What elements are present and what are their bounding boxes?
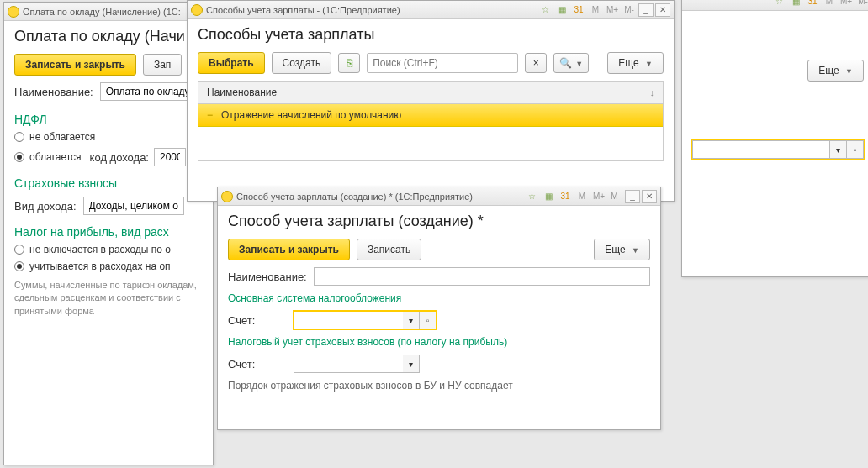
ndfl-header: НДФЛ (14, 113, 203, 126)
footer-note: Порядок отражения страховых взносов в БУ… (228, 380, 650, 392)
window1-title: Оплата по окладу (Начисление) (1С: (23, 7, 209, 17)
page-title: Способ учета зарплаты (создание) * (228, 213, 650, 230)
np-no-radio[interactable] (14, 245, 24, 255)
find-button[interactable]: 🔍▼ (553, 53, 589, 73)
section-main-tax: Основная система налогообложения (228, 292, 650, 304)
select-button[interactable]: Выбрать (198, 52, 265, 74)
more-label: Еще (618, 57, 638, 69)
row-text: Отражение начислений по умолчанию (221, 109, 401, 121)
calendar-icon[interactable]: 31 (805, 0, 820, 8)
col-name: Наименование (207, 87, 277, 98)
m-icon[interactable]: M (822, 0, 837, 8)
dropdown-icon[interactable]: ▾ (830, 140, 847, 159)
page-title: Способы учета зарплаты (198, 26, 664, 44)
name-input[interactable] (314, 267, 650, 286)
account-label: Счет: (228, 314, 287, 327)
window3-title: Способ учета зарплаты (создание) * (1С:П… (236, 192, 521, 202)
calendar-icon[interactable]: 31 (558, 190, 573, 203)
calc-icon[interactable]: ▦ (554, 3, 569, 17)
account2-input[interactable] (294, 355, 403, 373)
m-icon[interactable]: M (574, 190, 590, 203)
vid-input[interactable] (83, 197, 184, 215)
calendar-icon[interactable]: 31 (571, 3, 586, 17)
section-insurance-tax: Налоговый учет страховых взносов (по нал… (228, 336, 650, 348)
x-icon: × (533, 57, 539, 69)
search-icon: 🔍 (559, 57, 572, 69)
account-input[interactable] (294, 311, 403, 329)
ndfl-yes-radio[interactable] (14, 152, 24, 162)
ndfl-no-radio[interactable] (14, 132, 24, 142)
search-input[interactable] (367, 53, 518, 73)
np-no-label: не включается в расходы по о (29, 244, 171, 255)
ndfl-yes-label: облагается (29, 151, 82, 163)
caret-down-icon: ▼ (845, 67, 853, 76)
open-dialog-icon[interactable]: ▫ (420, 311, 437, 329)
name-label: Наименование: (228, 271, 307, 283)
window2-title: Способы учета зарплаты - (1С:Предприятие… (206, 5, 534, 15)
np-header: Налог на прибыль, вид расх (14, 225, 203, 239)
save-close-button[interactable]: Записать и закрыть (14, 54, 136, 76)
account2-label: Счет: (228, 358, 287, 371)
table-row[interactable]: − Отражение начислений по умолчанию (198, 104, 663, 127)
mminus-icon[interactable]: M- (855, 0, 868, 8)
copy-icon: ⎘ (347, 57, 352, 69)
more-button[interactable]: Еще ▼ (607, 52, 664, 74)
dropdown-icon[interactable]: ▾ (403, 311, 420, 329)
create-button[interactable]: Создать (272, 52, 332, 74)
name-label: Наименование: (14, 86, 93, 98)
vid-label: Вид дохода: (14, 200, 77, 213)
more-button[interactable]: Еще ▼ (594, 239, 650, 260)
more-label: Еще (818, 65, 839, 76)
caret-down-icon: ▼ (645, 60, 653, 68)
caret-down-icon: ▼ (632, 246, 639, 255)
save-close-button[interactable]: Записать и закрыть (228, 239, 350, 260)
more-button-back[interactable]: Еще ▼ (807, 60, 864, 82)
m-icon[interactable]: M (588, 3, 603, 17)
more-label: Еще (605, 244, 625, 255)
star-icon[interactable]: ☆ (537, 3, 553, 17)
clear-search-button[interactable]: × (525, 53, 547, 73)
help-text: Суммы, начисленные по тарифн окладам, сд… (14, 279, 203, 318)
star-icon[interactable]: ☆ (524, 190, 539, 203)
close-icon[interactable]: ✕ (655, 3, 670, 17)
back-combo-input[interactable] (692, 140, 830, 159)
open-icon[interactable]: ▫ (847, 140, 864, 159)
row-marker-icon: − (207, 109, 213, 121)
mminus-icon[interactable]: M- (622, 3, 637, 17)
dropdown-icon[interactable]: ▾ (403, 355, 420, 373)
table-empty-area (198, 127, 663, 160)
minimize-icon[interactable]: _ (625, 190, 640, 203)
minimize-icon[interactable]: _ (638, 3, 654, 17)
name-input[interactable] (100, 82, 193, 101)
np-yes-label: учитывается в расходах на оп (29, 260, 171, 272)
calc-icon[interactable]: ▦ (788, 0, 803, 8)
page-title: Оплата по окладу (Начи (14, 28, 203, 45)
save-button[interactable]: Записать (357, 239, 421, 260)
np-yes-radio[interactable] (14, 261, 24, 271)
kod-label: код дохода: (90, 151, 149, 164)
app-icon (191, 4, 203, 16)
star-icon[interactable]: ☆ (771, 0, 786, 8)
ndfl-no-label: не облагается (29, 131, 95, 143)
app-icon (221, 191, 233, 202)
close-icon[interactable]: ✕ (642, 190, 657, 203)
app-icon (8, 6, 19, 18)
mplus-icon[interactable]: M+ (605, 3, 620, 17)
calc-icon[interactable]: ▦ (541, 190, 556, 203)
copy-button[interactable]: ⎘ (338, 53, 360, 73)
mplus-icon[interactable]: M+ (591, 190, 606, 203)
sort-indicator-icon: ↓ (650, 87, 655, 97)
mminus-icon[interactable]: M- (608, 190, 623, 203)
kod-input[interactable] (154, 148, 186, 166)
sv-header: Страховые взносы (14, 176, 203, 190)
table-header[interactable]: Наименование ↓ (198, 82, 663, 104)
mplus-icon[interactable]: M+ (839, 0, 854, 8)
caret-down-icon: ▼ (575, 60, 583, 68)
list-table: Наименование ↓ − Отражение начислений по… (198, 81, 664, 161)
save-button[interactable]: Зап (143, 54, 182, 76)
